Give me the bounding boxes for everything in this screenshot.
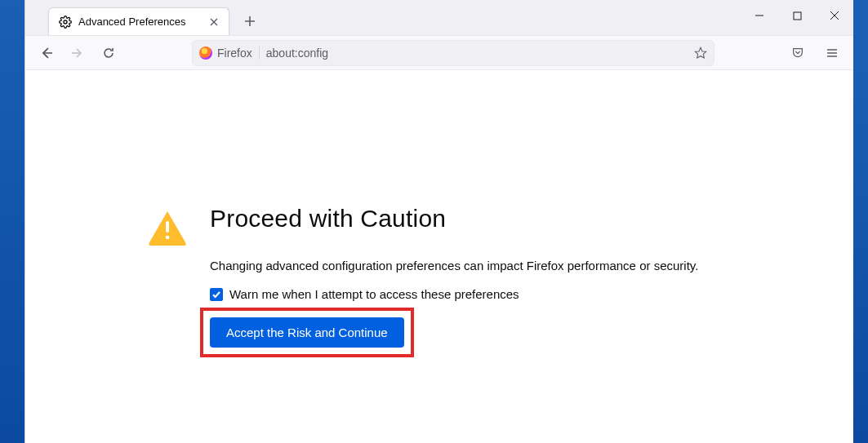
- nav-forward-button[interactable]: [65, 40, 91, 66]
- warn-checkbox[interactable]: [210, 288, 223, 301]
- warn-checkbox-label: Warn me when I attempt to access these p…: [229, 287, 519, 301]
- tab-strip: Advanced Preferences: [25, 0, 853, 36]
- bookmark-star-icon[interactable]: [694, 47, 707, 60]
- desktop-background: [853, 65, 868, 443]
- tab-close-button[interactable]: [207, 16, 220, 29]
- toolbar-right: [785, 40, 845, 66]
- window-minimize-button[interactable]: [741, 0, 778, 31]
- app-menu-button[interactable]: [819, 40, 845, 66]
- site-identity[interactable]: Firefox: [199, 47, 260, 60]
- svg-point-4: [166, 236, 170, 240]
- firefox-logo-icon: [199, 47, 212, 60]
- desktop-background: [0, 0, 24, 443]
- toolbar: Firefox about:config: [25, 36, 853, 70]
- page-title: Proceed with Caution: [210, 205, 698, 233]
- warn-checkbox-row[interactable]: Warn me when I attempt to access these p…: [210, 287, 698, 301]
- svg-marker-2: [695, 47, 706, 58]
- svg-rect-3: [166, 221, 169, 233]
- nav-back-button[interactable]: [33, 40, 60, 66]
- site-identity-label: Firefox: [217, 47, 252, 60]
- svg-point-0: [64, 20, 67, 24]
- page-content: Proceed with Caution Changing advanced c…: [25, 70, 853, 443]
- accept-risk-button[interactable]: Accept the Risk and Continue: [210, 317, 404, 348]
- new-tab-button[interactable]: [238, 9, 262, 33]
- browser-window: Advanced Preferences: [24, 0, 853, 443]
- warning-description: Changing advanced configuration preferen…: [210, 259, 698, 272]
- gear-icon: [59, 16, 72, 29]
- address-bar[interactable]: Firefox about:config: [192, 40, 714, 66]
- window-maximize-button[interactable]: [778, 0, 816, 31]
- nav-reload-button[interactable]: [96, 40, 122, 66]
- save-to-pocket-button[interactable]: [785, 40, 811, 66]
- warning-triangle-icon: [148, 210, 187, 246]
- window-controls: [741, 0, 853, 31]
- tab-active[interactable]: Advanced Preferences: [48, 7, 229, 35]
- svg-rect-1: [794, 12, 801, 20]
- tab-title: Advanced Preferences: [78, 16, 186, 28]
- window-close-button[interactable]: [816, 0, 853, 31]
- url-text[interactable]: about:config: [266, 47, 688, 60]
